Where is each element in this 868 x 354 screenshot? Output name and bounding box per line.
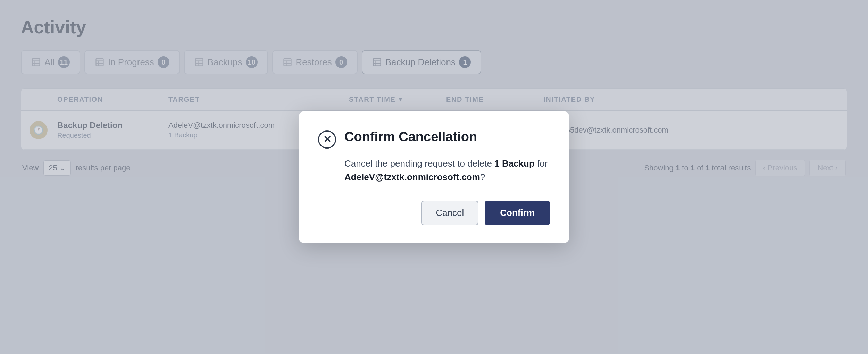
modal-body-suffix: ? xyxy=(480,172,485,182)
modal-body-prefix: Cancel the pending request to delete xyxy=(344,158,492,169)
modal-bold-email: AdeleV@tzxtk.onmicrosoft.com xyxy=(344,172,480,182)
modal-body-for: for xyxy=(537,158,548,169)
confirm-cancellation-modal: ✕ Confirm Cancellation Cancel the pendin… xyxy=(299,111,569,243)
modal-buttons: Cancel Confirm xyxy=(318,201,550,225)
confirm-button[interactable]: Confirm xyxy=(485,201,550,225)
cancel-button[interactable]: Cancel xyxy=(421,201,478,225)
modal-overlay: ✕ Confirm Cancellation Cancel the pendin… xyxy=(0,0,868,354)
modal-header: ✕ Confirm Cancellation xyxy=(318,129,550,149)
close-icon[interactable]: ✕ xyxy=(318,130,336,149)
modal-title: Confirm Cancellation xyxy=(344,129,477,145)
modal-bold-backup: 1 Backup xyxy=(494,158,535,169)
modal-body: Cancel the pending request to delete 1 B… xyxy=(344,157,550,184)
